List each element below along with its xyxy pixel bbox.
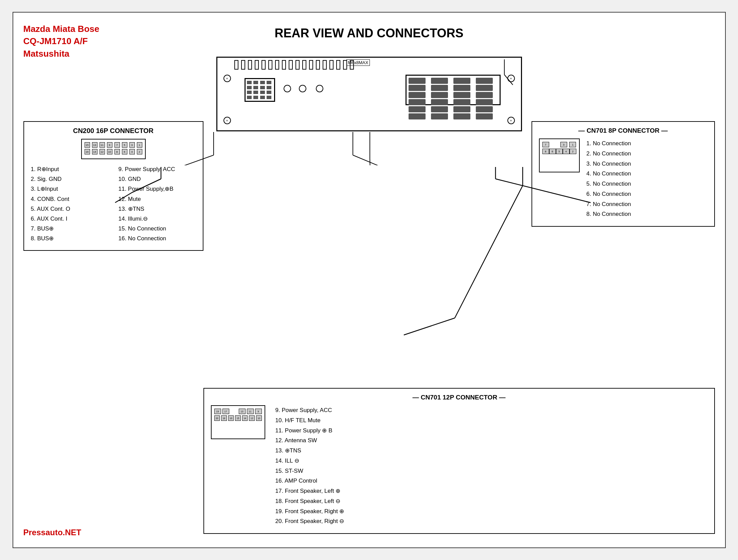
- cn701-12p-item-16: 16. AMP Control: [275, 476, 344, 486]
- pin-8: 8: [114, 149, 120, 154]
- cn701-12p-layout: 19 17 13 11 9 20 18 16 15 14 12 10: [211, 405, 707, 526]
- pin-13: 13: [92, 142, 97, 148]
- cn701-12p-item-19: 19. Front Speaker, Right ⊕: [275, 506, 344, 517]
- cn200-box: CN200 16P CONNECTOR 15 13 11 9 7 5 3 1 1…: [23, 121, 203, 251]
- unit-right-connector: [406, 75, 501, 105]
- screw-tl: +: [223, 75, 231, 82]
- cn200-diagram: 15 13 11 9 7 5 3 1 16 14 12 10 8 6 4 2: [81, 139, 146, 159]
- svg-line-5: [353, 155, 394, 165]
- cn701-12p-diagram: 19 17 13 11 9 20 18 16 15 14 12 10: [211, 405, 265, 439]
- cn200-item-12: 12. Mute: [119, 194, 196, 204]
- cn701-12p-item-17: 17. Front Speaker, Left ⊕: [275, 486, 344, 496]
- cn200-item-9: 9. Power Supply, ACC: [119, 165, 196, 174]
- pin-7: 7: [114, 142, 120, 148]
- pin8p-1: 1: [569, 142, 576, 147]
- pin-15: 15: [85, 142, 90, 148]
- pin-3: 3: [129, 142, 135, 148]
- unit-box: M6x8MAX + + + +: [216, 57, 522, 131]
- pin12p-12: 12: [249, 415, 255, 421]
- cn701-8p-item-8: 8. No Connection: [587, 209, 631, 219]
- pin12p-17: 17: [222, 409, 229, 414]
- cn200-item-5: 5. AUX Cont. O: [31, 204, 108, 213]
- pin12p-15: 15: [235, 415, 241, 421]
- page-title: REAR VIEW AND CONNECTORS: [23, 23, 715, 40]
- pin-4: 4: [129, 149, 135, 154]
- pin12p-16: 16: [228, 415, 234, 421]
- cn701-12p-item-12: 12. Antenna SW: [275, 435, 344, 446]
- cn701-8p-item-7: 7. No Connection: [587, 199, 631, 209]
- cn200-items: 1. R⊕Input 9. Power Supply, ACC 2. Sig. …: [31, 165, 196, 243]
- cn200-item-4: 4. CONB. Cont: [31, 194, 108, 204]
- pin12p-11: 11: [247, 409, 254, 414]
- circle-left: [284, 85, 291, 92]
- cn701-8p-box: — CN701 8P CONNECTOR — 7 3 1 8 6 5 4 2: [532, 121, 715, 227]
- svg-line-16: [404, 318, 455, 335]
- cn701-12p-item-14: 14. ILL ⊖: [275, 456, 344, 466]
- pin-5: 5: [122, 142, 127, 148]
- cn701-12p-item-11: 11. Power Supply ⊕ B: [275, 426, 344, 436]
- cn200-item-7: 7. BUS⊕: [31, 224, 108, 233]
- unit-left-connector: [245, 78, 275, 102]
- cn701-12p-item-18: 18. Front Speaker, Left ⊖: [275, 496, 344, 506]
- pin12p-20: 20: [214, 415, 220, 421]
- cn200-item-10: 10. GND: [119, 174, 196, 184]
- cn200-item-15: 15. No Connection: [119, 224, 196, 233]
- cn701-12p-item-20: 20. Front Speaker, Right ⊖: [275, 516, 344, 526]
- pin12p-18: 18: [221, 415, 227, 421]
- cn701-8p-item-2: 2. No Connection: [587, 149, 631, 159]
- cn200-item-3: 3. L⊕Input: [31, 184, 108, 193]
- pin-14: 14: [92, 149, 97, 154]
- cn200-item-11: 11. Power Supply,⊕B: [119, 184, 196, 193]
- circle-mid2: [316, 85, 323, 92]
- cn701-8p-item-5: 5. No Connection: [587, 179, 631, 189]
- screw-br: +: [507, 117, 515, 124]
- footer-brand: Pressauto.NET: [23, 528, 82, 537]
- pin-6: 6: [122, 149, 127, 154]
- pin12p-13: 13: [239, 409, 246, 414]
- pin8p-5: 5: [556, 149, 563, 154]
- pin8p-3: 3: [560, 142, 567, 147]
- pin-9: 9: [107, 142, 112, 148]
- cn701-8p-layout: 7 3 1 8 6 5 4 2 1. No Connection 2. No C…: [539, 138, 707, 219]
- pin-10: 10: [107, 149, 112, 154]
- cn701-8p-item-3: 3. No Connection: [587, 159, 631, 169]
- pin12p-10: 10: [256, 415, 262, 421]
- cn701-8p-diagram: 7 3 1 8 6 5 4 2: [539, 138, 580, 172]
- cn200-item-1: 1. R⊕Input: [31, 165, 108, 174]
- pin12p-14: 14: [242, 415, 248, 421]
- cooling-fins: [234, 58, 453, 70]
- cn701-12p-item-10: 10. H/F TEL Mute: [275, 415, 344, 426]
- pin8p-6: 6: [549, 149, 556, 154]
- pin-11: 11: [100, 142, 105, 148]
- pin8p-8: 8: [542, 149, 549, 154]
- pin8p-2: 2: [570, 149, 576, 154]
- cn701-12p-item-13: 13. ⊕TNS: [275, 446, 344, 456]
- svg-line-15: [455, 186, 523, 318]
- page: Mazda Miata BoseCQ-JM1710 A/FMatsushita …: [13, 12, 726, 548]
- pin12p-9: 9: [255, 409, 262, 414]
- pin-16: 16: [85, 149, 90, 154]
- cn701-8p-item-1: 1. No Connection: [587, 138, 631, 149]
- unit-label: M6x8MAX: [346, 59, 370, 66]
- circle-mid: [299, 85, 306, 92]
- brand-title: Mazda Miata BoseCQ-JM1710 A/FMatsushita: [23, 23, 100, 60]
- cn200-item-14: 14. Illumi.⊖: [119, 214, 196, 223]
- cn200-item-13: 13. ⊕TNS: [119, 204, 196, 213]
- screw-bl: +: [223, 117, 231, 124]
- cn701-8p-item-6: 6. No Connection: [587, 189, 631, 199]
- cn200-title: CN200 16P CONNECTOR: [31, 127, 196, 135]
- cn200-item-2: 2. Sig. GND: [31, 174, 108, 184]
- cn701-8p-item-4: 4. No Connection: [587, 169, 631, 179]
- pin-2: 2: [137, 149, 142, 154]
- pin-1: 1: [137, 142, 142, 148]
- cn701-12p-title: — CN701 12P CONNECTOR —: [211, 394, 707, 401]
- cn200-item-6: 6. AUX Cont. I: [31, 214, 108, 223]
- cn200-item-16: 16. No Connection: [119, 234, 196, 243]
- cn701-8p-items: 1. No Connection 2. No Connection 3. No …: [587, 138, 631, 219]
- cn701-12p-box: — CN701 12P CONNECTOR — 19 17 13 11 9 20…: [203, 388, 715, 534]
- pin12p-19: 19: [214, 409, 221, 414]
- cn701-12p-items: 9. Power Supply, ACC 10. H/F TEL Mute 11…: [275, 405, 344, 526]
- pin8p-7: 7: [542, 142, 549, 147]
- cn701-8p-title: — CN701 8P CONNECTOR —: [539, 127, 707, 134]
- svg-line-7: [370, 158, 373, 165]
